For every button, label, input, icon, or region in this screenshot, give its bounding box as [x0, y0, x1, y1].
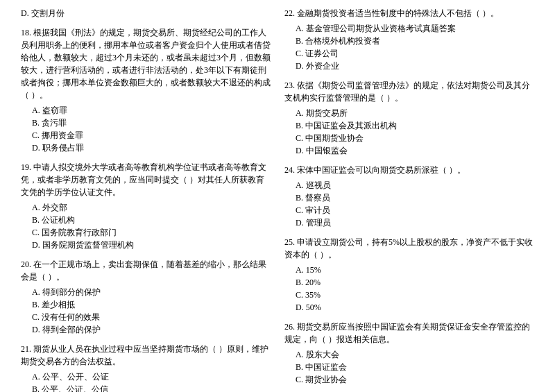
question-24: 24. 宋体中国证监会可以向期货交易所派驻（ ）。 A. 巡视员 B. 督察员 …	[284, 164, 534, 229]
question-20-title: 20. 在一个正规市场上，卖出套期保值，随着基差的缩小，那么结果会是（ ）。	[21, 258, 271, 283]
question-22-options: A. 基金管理公司期货从业资格考试真题答案 B. 合格境外机构投资者 C. 证券…	[284, 22, 534, 72]
option-25-d: D. 50%	[296, 301, 534, 314]
question-25-title: 25. 申请设立期货公司，持有5%以上股权的股东，净资产不低于实收资本的（ ）。	[284, 236, 534, 261]
question-22-title: 22. 金融期货投资者适当性制度中的特殊法人不包括（ ）。	[284, 7, 534, 19]
option-23-b: B. 中国证监会及其派出机构	[296, 119, 534, 132]
option-22-b: B. 合格境外机构投资者	[296, 35, 534, 47]
question-d: D. 交割月份	[21, 7, 271, 19]
question-21-title: 21. 期货从业人员在执业过程中应当坚持期货市场的（ ）原则，维护期货交易各方的…	[21, 343, 271, 368]
question-21: 21. 期货从业人员在执业过程中应当坚持期货市场的（ ）原则，维护期货交易各方的…	[21, 343, 271, 392]
option-25-b: B. 20%	[296, 276, 534, 289]
option-24-d: D. 管理员	[296, 216, 534, 229]
question-19-title: 19. 中请人拟交境外大学或者高等教育机构学位证书或者高等教育文凭，或者非学历教…	[21, 161, 271, 198]
option-24-a: A. 巡视员	[296, 179, 534, 191]
question-20: 20. 在一个正规市场上，卖出套期保值，随着基差的缩小，那么结果会是（ ）。 A…	[21, 258, 271, 336]
option-23-c: C. 中国期货业协会	[296, 132, 534, 144]
option-19-c: C. 国务院教育行政部门	[32, 226, 271, 239]
question-18-title: 18. 根据我国《刑法》的规定，期货交易所、期货经纪公司的工作人员利用职务上的便…	[21, 26, 271, 101]
question-18-options: A. 盗窃罪 B. 贪污罪 C. 挪用资金罪 D. 职务侵占罪	[21, 104, 271, 154]
option-20-a: A. 得到部分的保护	[32, 286, 271, 298]
right-column: 22. 金融期货投资者适当性制度中的特殊法人不包括（ ）。 A. 基金管理公司期…	[284, 7, 534, 392]
option-24-b: B. 督察员	[296, 191, 534, 204]
option-23-d: D. 中国银监会	[296, 144, 534, 157]
option-20-c: C. 没有任何的效果	[32, 311, 271, 323]
question-22: 22. 金融期货投资者适当性制度中的特殊法人不包括（ ）。 A. 基金管理公司期…	[284, 7, 534, 72]
option-22-c: C. 证券公司	[296, 47, 534, 60]
question-24-title: 24. 宋体中国证监会可以向期货交易所派驻（ ）。	[284, 164, 534, 176]
option-25-c: C. 35%	[296, 289, 534, 301]
question-26-title: 26. 期货交易所应当按照中国证监会有关期货保证金安全存管监控的规定，向（ ）报…	[284, 321, 534, 346]
option-18-d: D. 职务侵占罪	[32, 142, 271, 154]
question-23-options: A. 期货交易所 B. 中国证监会及其派出机构 C. 中国期货业协会 D. 中国…	[284, 107, 534, 157]
option-25-a: A. 15%	[296, 264, 534, 276]
option-26-a: A. 股东大会	[296, 348, 534, 361]
option-19-a: A. 外交部	[32, 201, 271, 214]
option-20-b: B. 差少相抵	[32, 298, 271, 311]
option-26-b: B. 中国证监会	[296, 361, 534, 373]
option-24-c: C. 审计员	[296, 204, 534, 216]
option-19-b: B. 公证机构	[32, 214, 271, 226]
option-18-a: A. 盗窃罪	[32, 104, 271, 117]
option-18-c: C. 挪用资金罪	[32, 129, 271, 142]
left-column: D. 交割月份 18. 根据我国《刑法》的规定，期货交易所、期货经纪公司的工作人…	[21, 7, 271, 392]
option-19-d: D. 国务院期货监督管理机构	[32, 239, 271, 251]
question-d-title: D. 交割月份	[21, 7, 271, 19]
question-26: 26. 期货交易所应当按照中国证监会有关期货保证金安全存管监控的规定，向（ ）报…	[284, 321, 534, 386]
question-21-options: A. 公平、公开、公证 B. 公平、公证、公信 C. 公正、公开、公信 D. 公…	[21, 370, 271, 392]
question-26-options: A. 股东大会 B. 中国证监会 C. 期货业协会	[284, 348, 534, 386]
question-25: 25. 申请设立期货公司，持有5%以上股权的股东，净资产不低于实收资本的（ ）。…	[284, 236, 534, 314]
question-19-options: A. 外交部 B. 公证机构 C. 国务院教育行政部门 D. 国务院期货监督管理…	[21, 201, 271, 251]
option-22-d: D. 外资企业	[296, 60, 534, 72]
question-18: 18. 根据我国《刑法》的规定，期货交易所、期货经纪公司的工作人员利用职务上的便…	[21, 26, 271, 154]
question-20-options: A. 得到部分的保护 B. 差少相抵 C. 没有任何的效果 D. 得到全部的保护	[21, 286, 271, 336]
option-26-c: C. 期货业协会	[296, 373, 534, 386]
question-25-options: A. 15% B. 20% C. 35% D. 50%	[284, 264, 534, 314]
option-22-a: A. 基金管理公司期货从业资格考试真题答案	[296, 22, 534, 35]
option-23-a: A. 期货交易所	[296, 107, 534, 119]
question-19: 19. 中请人拟交境外大学或者高等教育机构学位证书或者高等教育文凭，或者非学历教…	[21, 161, 271, 251]
question-24-options: A. 巡视员 B. 督察员 C. 审计员 D. 管理员	[284, 179, 534, 229]
option-20-d: D. 得到全部的保护	[32, 323, 271, 336]
option-21-a: A. 公平、公开、公证	[32, 370, 271, 383]
option-18-b: B. 贪污罪	[32, 117, 271, 129]
option-21-b: B. 公平、公证、公信	[32, 383, 271, 392]
question-23-title: 23. 依据《期货公司监督管理办法》的规定，依法对期货公司及其分支机构实行监督管…	[284, 79, 534, 104]
question-23: 23. 依据《期货公司监督管理办法》的规定，依法对期货公司及其分支机构实行监督管…	[284, 79, 534, 157]
